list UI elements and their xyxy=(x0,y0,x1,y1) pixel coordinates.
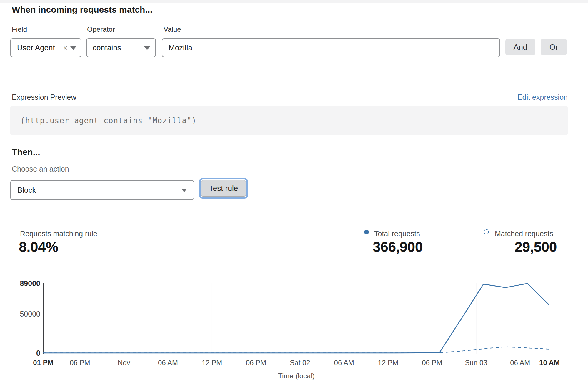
y-tick-label: 0 xyxy=(2,349,40,357)
field-select-value: User Agent xyxy=(17,43,55,52)
chart-line-solid xyxy=(43,284,549,353)
clear-field-icon[interactable]: × xyxy=(63,44,68,52)
chevron-down-icon xyxy=(144,46,150,50)
expression-preview-label: Expression Preview xyxy=(12,93,76,102)
expression-preview-box: (http.user_agent contains "Mozilla") xyxy=(10,106,568,135)
test-rule-button[interactable]: Test rule xyxy=(201,180,246,197)
x-tick-label: 06 PM xyxy=(422,359,442,367)
matched-requests-value: 29,500 xyxy=(514,239,557,255)
operator-select-value: contains xyxy=(93,43,121,52)
value-input-wrap xyxy=(162,38,500,57)
x-tick-label: Nov xyxy=(118,359,130,367)
matched-requests-legend-icon xyxy=(484,229,489,234)
chart-svg xyxy=(43,283,549,354)
top-edge-divider xyxy=(0,0,588,3)
x-tick-label: 12 PM xyxy=(202,359,222,367)
value-label: Value xyxy=(164,25,181,34)
value-input[interactable] xyxy=(169,43,477,52)
operator-select[interactable]: contains xyxy=(86,38,156,57)
action-select[interactable]: Block xyxy=(10,180,194,200)
matching-rule-value: 8.04% xyxy=(19,239,58,255)
matching-rule-label: Requests matching rule xyxy=(20,229,97,238)
x-tick-label: 06 PM xyxy=(246,359,266,367)
action-select-value: Block xyxy=(11,186,36,195)
chevron-down-icon xyxy=(181,189,187,192)
total-requests-label: Total requests xyxy=(374,229,420,238)
x-tick-label: 06 PM xyxy=(70,359,90,367)
chevron-down-icon xyxy=(70,46,76,50)
or-button[interactable]: Or xyxy=(541,39,567,55)
chart-x-axis-title: Time (local) xyxy=(43,372,549,380)
chart-x-axis-labels: 01 PM06 PMNov06 AM12 PM06 PMSat 0206 AM1… xyxy=(43,359,549,368)
x-tick-label: 06 AM xyxy=(334,359,354,367)
x-tick-label: Sun 03 xyxy=(465,359,487,367)
then-heading: Then... xyxy=(12,147,40,157)
operator-label: Operator xyxy=(87,25,115,34)
field-label: Field xyxy=(12,25,27,34)
edit-expression-link[interactable]: Edit expression xyxy=(517,93,568,102)
matched-requests-label: Matched requests xyxy=(495,229,553,238)
chart-y-axis-labels: 05000089000 xyxy=(0,283,40,353)
x-tick-label: 06 AM xyxy=(158,359,178,367)
x-tick-label: 01 PM xyxy=(33,359,53,367)
total-requests-legend-icon xyxy=(364,230,369,234)
y-tick-label: 89000 xyxy=(2,279,40,288)
test-rule-focus-ring: Test rule xyxy=(199,178,248,199)
firewall-rule-builder-page: When incoming requests match... Field Op… xyxy=(0,0,588,381)
choose-action-label: Choose an action xyxy=(12,165,69,173)
x-tick-label: 12 PM xyxy=(378,359,398,367)
chart-line-dashed xyxy=(43,347,549,353)
and-button[interactable]: And xyxy=(505,39,535,55)
y-tick-label: 50000 xyxy=(2,310,40,318)
x-tick-label: 10 AM xyxy=(539,359,560,367)
page-title: When incoming requests match... xyxy=(12,5,152,15)
x-tick-label: 06 AM xyxy=(510,359,530,367)
total-requests-value: 366,900 xyxy=(373,239,423,255)
x-tick-label: Sat 02 xyxy=(290,359,310,367)
field-select[interactable]: User Agent × xyxy=(10,38,81,57)
expression-code: (http.user_agent contains "Mozilla") xyxy=(10,116,197,125)
